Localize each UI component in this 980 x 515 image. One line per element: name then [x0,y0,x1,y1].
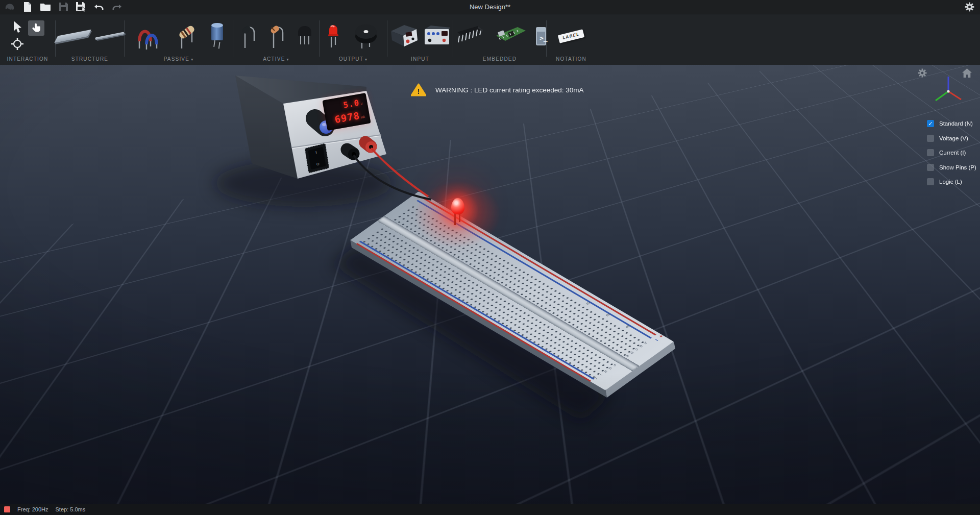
vignette [0,65,980,504]
scene-viewport[interactable]: 50 55 60 + − A B C D E F G H I J [0,65,980,504]
toolbar-group-label: INPUT [387,56,453,62]
titlebar: New Design** [0,0,980,14]
component-toolbar: INTERACTION STRUCTURE PASSIVE▾ [0,14,980,65]
simulation-run-indicator[interactable] [4,506,10,512]
terminal-icon[interactable]: >_ [536,27,546,45]
select-cursor-icon[interactable] [11,20,24,36]
toolbar-group-label: INTERACTION [0,56,55,62]
dropdown-caret-icon[interactable]: ▾ [191,57,193,62]
resistor-icon[interactable] [176,21,198,52]
toolbar-group-interaction: INTERACTION [0,14,55,65]
toolbar-group-label: NOTATION [547,56,596,62]
ic-chip-icon[interactable] [453,22,486,51]
toolbar-group-embedded: >_ EMBEDDED [453,14,546,65]
frequency-readout: Freq: 200Hz [17,506,48,512]
window-title: New Design** [0,3,980,11]
toolbar-group-output: OUTPUT▾ [320,14,387,65]
toolbar-group-input: INPUT [387,14,453,65]
toolbar-group-label: OUTPUT [339,56,363,62]
orbit-crosshair-icon[interactable] [11,37,24,53]
settings-gear-icon[interactable] [964,2,975,14]
toolbar-group-notation: LABEL NOTATION [547,14,596,65]
hand-tool-button[interactable] [28,20,44,36]
diode-icon[interactable] [241,21,258,51]
toolbar-group-label: EMBEDDED [453,56,546,62]
toolbar-group-structure: STRUCTURE [56,14,124,65]
jumper-wires-icon[interactable] [135,21,162,52]
step-readout: Step: 5.0ms [56,506,86,512]
breadboard-component-icon[interactable] [54,29,91,42]
hand-icon [31,22,42,34]
zener-diode-icon[interactable] [270,21,287,51]
led-component-icon[interactable] [326,21,341,51]
buzzer-icon[interactable] [351,21,381,52]
toolbar-group-label: PASSIVE [164,56,189,62]
label-tag-icon[interactable]: LABEL [558,29,584,43]
toolbar-group-active: ACTIVE▾ [233,14,319,65]
dropdown-caret-icon[interactable]: ▾ [287,57,289,62]
dropdown-caret-icon[interactable]: ▾ [365,57,368,62]
rod-component-icon[interactable] [95,32,124,40]
power-supply-front-icon[interactable] [423,23,451,50]
toolbar-group-label: STRUCTURE [56,56,124,62]
power-supply-angled-icon[interactable] [389,22,419,51]
toolbar-group-passive: PASSIVE▾ [125,14,233,65]
toolbar-group-label: ACTIVE [263,56,285,62]
microcontroller-board-icon[interactable] [494,23,528,49]
statusbar: Freq: 200Hz Step: 5.0ms [0,504,980,515]
capacitor-icon[interactable] [211,25,223,40]
transistor-icon[interactable] [298,26,311,36]
